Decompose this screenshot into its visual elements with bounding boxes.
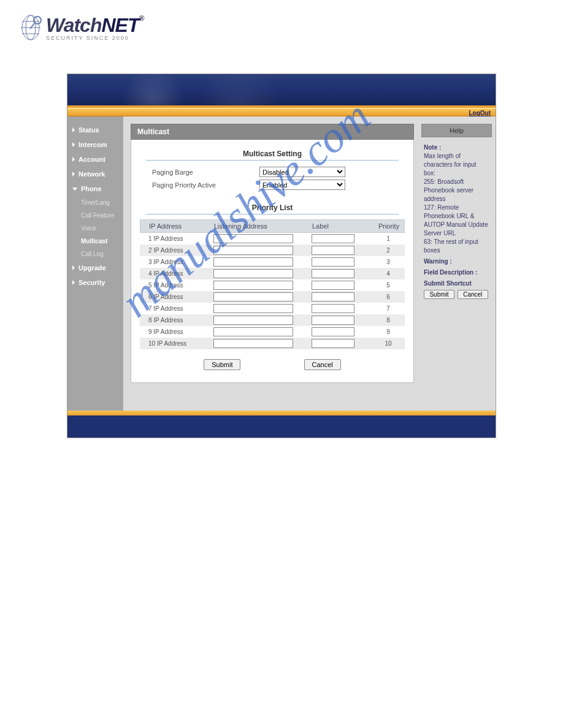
paging-priority-select[interactable]: Enabled <box>259 180 345 190</box>
help-cancel-button[interactable]: Cancel <box>458 290 488 299</box>
sidebar-item-security[interactable]: Security <box>67 275 123 290</box>
svg-line-6 <box>30 23 34 29</box>
listening-address-input[interactable] <box>213 316 293 325</box>
row-ip-label: 3 IP Address <box>140 259 213 265</box>
row-ip-label: 7 IP Address <box>140 305 213 312</box>
help-line1: 255: Broadsoft Phonebook server address <box>424 178 473 202</box>
priority-row: 10 IP Address10 <box>140 338 405 349</box>
priority-row: 3 IP Address3 <box>140 256 405 268</box>
sidebar-sub-timelang[interactable]: Time/Lang <box>67 196 123 209</box>
label-input[interactable] <box>312 327 354 336</box>
label-input[interactable] <box>312 246 354 255</box>
listening-address-input[interactable] <box>213 269 293 278</box>
label-input[interactable] <box>312 234 354 243</box>
sidebar-item-phone[interactable]: Phone <box>67 181 123 196</box>
listening-address-input[interactable] <box>213 281 293 290</box>
chevron-icon <box>72 172 75 176</box>
app-banner <box>67 74 496 108</box>
listening-address-input[interactable] <box>213 246 293 255</box>
submit-button[interactable]: Submit <box>204 359 240 370</box>
row-priority: 9 <box>373 328 404 335</box>
priority-row: 2 IP Address2 <box>140 245 405 256</box>
chevron-icon <box>72 280 75 285</box>
main-content: Multicast Multicast Setting Paging Barge… <box>123 116 421 411</box>
label-input[interactable] <box>312 292 354 301</box>
row-ip-label: 4 IP Address <box>140 270 213 277</box>
panel-title: Multicast <box>131 124 414 140</box>
sidebar-item-upgrade[interactable]: Upgrade <box>67 260 123 275</box>
row-priority: 5 <box>373 282 404 289</box>
logo-text: WatchNET® SECURITY SINCE 2000 <box>46 14 144 41</box>
row-ip-label: 1 IP Address <box>140 235 213 242</box>
label-input[interactable] <box>312 339 354 348</box>
chevron-icon <box>72 142 75 147</box>
row-ip-label: 2 IP Address <box>140 247 213 254</box>
sidebar-item-account[interactable]: Account <box>67 152 123 167</box>
row-priority: 7 <box>373 305 404 312</box>
priority-list-title: Priority List <box>146 200 399 214</box>
label-input[interactable] <box>312 304 354 313</box>
app-frame: LogOut StatusIntercomAccountNetworkPhone… <box>67 74 496 438</box>
row-priority: 10 <box>373 340 404 347</box>
sidebar: StatusIntercomAccountNetworkPhoneTime/La… <box>67 116 123 411</box>
help-line3: 63: The rest of input boxes <box>424 238 478 254</box>
listening-address-input[interactable] <box>213 257 293 267</box>
priority-row: 8 IP Address8 <box>140 314 405 326</box>
row-ip-label: 8 IP Address <box>140 317 213 324</box>
row-priority: 8 <box>373 317 404 324</box>
form-buttons: Submit Cancel <box>140 349 405 370</box>
paging-barge-label: Paging Barge <box>152 169 259 176</box>
row-priority: 3 <box>373 259 404 265</box>
priority-list-header: IP Address Listening Address Label Prior… <box>140 219 405 233</box>
logo-icon <box>18 12 43 43</box>
listening-address-input[interactable] <box>213 304 293 313</box>
help-submit-button[interactable]: Submit <box>424 290 454 299</box>
paging-barge-select[interactable]: Disabled <box>259 167 345 177</box>
help-shortcut-label: Submit Shortcut <box>424 279 489 288</box>
multicast-setting-title: Multicast Setting <box>146 146 399 161</box>
row-ip-label: 9 IP Address <box>140 328 213 335</box>
label-input[interactable] <box>312 316 354 325</box>
label-input[interactable] <box>312 269 354 278</box>
sidebar-item-intercom[interactable]: Intercom <box>67 137 123 152</box>
sidebar-item-network[interactable]: Network <box>67 167 123 181</box>
logout-bar: LogOut <box>67 108 496 116</box>
help-warning-label: Warning : <box>424 257 489 266</box>
label-input[interactable] <box>312 281 354 290</box>
sidebar-item-label: Network <box>79 170 105 178</box>
sidebar-sub-callfeature[interactable]: Call Feature <box>67 209 123 222</box>
chevron-icon <box>72 265 75 270</box>
sidebar-sub-voice[interactable]: Voice <box>67 222 123 235</box>
priority-row: 6 IP Address6 <box>140 291 405 303</box>
label-input[interactable] <box>312 257 354 267</box>
help-note-label: Note : <box>424 143 489 152</box>
chevron-icon <box>72 127 75 132</box>
sidebar-item-label: Intercom <box>79 141 107 148</box>
paging-priority-label: Paging Priority Active <box>152 181 259 189</box>
row-priority: 6 <box>373 294 404 300</box>
priority-row: 7 IP Address7 <box>140 303 405 314</box>
help-line2: 127: Remote Phonebook URL & AUTOP Manual… <box>424 204 488 237</box>
listening-address-input[interactable] <box>213 234 293 243</box>
listening-address-input[interactable] <box>213 327 293 336</box>
chevron-icon <box>72 188 77 191</box>
sidebar-item-label: Upgrade <box>79 264 106 271</box>
listening-address-input[interactable] <box>213 339 293 348</box>
sidebar-item-status[interactable]: Status <box>67 123 123 137</box>
brand-tagline: SECURITY SINCE 2000 <box>46 35 144 41</box>
sidebar-item-label: Status <box>79 126 99 134</box>
cancel-button[interactable]: Cancel <box>304 359 341 370</box>
help-note-text: Max length of characters for input box: <box>424 153 477 176</box>
logout-link[interactable]: LogOut <box>469 110 491 116</box>
sidebar-sub-calllog[interactable]: Call Log <box>67 248 123 260</box>
row-priority: 1 <box>373 235 404 242</box>
sidebar-item-label: Account <box>79 156 105 163</box>
sidebar-sub-multicast[interactable]: Multicast <box>67 235 123 248</box>
help-title: Help <box>421 124 492 137</box>
priority-row: 1 IP Address1 <box>140 233 405 245</box>
priority-row: 4 IP Address4 <box>140 268 405 279</box>
listening-address-input[interactable] <box>213 292 293 301</box>
row-priority: 4 <box>373 270 404 277</box>
help-fielddesc-label: Field Description : <box>424 268 489 277</box>
sidebar-item-label: Security <box>79 279 105 286</box>
